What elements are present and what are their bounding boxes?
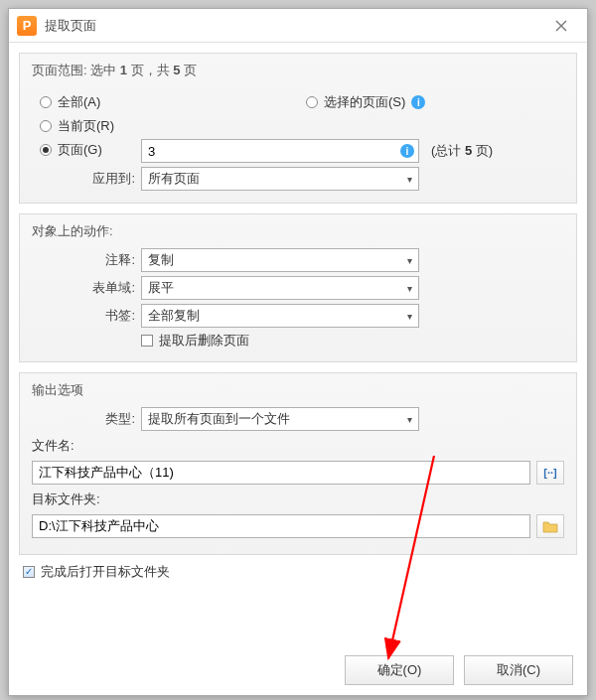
apply-to-value: 所有页面 (148, 170, 200, 188)
radio-current[interactable] (40, 120, 52, 132)
page-range-panel: 页面范围: 选中 1 页，共 5 页 全部(A) 当前页(R) 页面(G) (19, 53, 577, 204)
chevron-down-icon: ▾ (407, 174, 412, 185)
form-select[interactable]: 展平 ▾ (141, 276, 419, 300)
comment-label: 注释: (32, 251, 141, 269)
open-after-checkbox[interactable] (23, 566, 35, 578)
app-icon: P (17, 16, 37, 36)
delete-after-checkbox[interactable] (141, 335, 153, 347)
radio-all-label: 全部(A) (58, 93, 100, 111)
actions-panel: 对象上的动作: 注释: 复制 ▾ 表单域: 展平 ▾ 书签: 全部复制 (19, 213, 577, 362)
actions-header: 对象上的动作: (32, 222, 564, 240)
label: 页，共 (127, 63, 173, 77)
label: 页面范围: 选中 (32, 63, 120, 77)
bookmark-label: 书签: (32, 307, 141, 325)
radio-selected-pages[interactable] (306, 96, 318, 108)
radio-pages-label: 页面(G) (58, 141, 102, 159)
folder-icon (542, 519, 558, 533)
radio-all[interactable] (40, 96, 52, 108)
folder-browse-button[interactable] (536, 514, 564, 538)
open-after-label: 完成后打开目标文件夹 (41, 563, 170, 581)
filename-input[interactable] (32, 461, 530, 485)
form-value: 展平 (148, 279, 174, 297)
ellipsis-icon: [··] (543, 467, 556, 479)
filename-browse-button[interactable]: [··] (536, 461, 564, 485)
comment-value: 复制 (148, 251, 174, 269)
type-value: 提取所有页面到一个文件 (148, 410, 290, 428)
chevron-down-icon: ▾ (407, 414, 412, 425)
type-label: 类型: (32, 410, 141, 428)
info-icon[interactable]: i (400, 144, 414, 158)
type-select[interactable]: 提取所有页面到一个文件 ▾ (141, 407, 419, 431)
close-icon[interactable] (543, 12, 579, 40)
folder-label: 目标文件夹: (32, 490, 564, 508)
window-title: 提取页面 (45, 17, 543, 35)
pages-input[interactable] (141, 139, 419, 163)
folder-input[interactable] (32, 514, 530, 538)
chevron-down-icon: ▾ (407, 283, 412, 294)
bookmark-select[interactable]: 全部复制 ▾ (141, 304, 419, 328)
chevron-down-icon: ▾ (407, 311, 412, 322)
output-panel: 输出选项 类型: 提取所有页面到一个文件 ▾ 文件名: [··] 目标文件夹: (19, 372, 577, 555)
delete-after-label: 提取后删除页面 (159, 332, 249, 350)
pages-total-label: (总计 5 页) (431, 142, 493, 160)
apply-to-select[interactable]: 所有页面 ▾ (141, 167, 419, 191)
comment-select[interactable]: 复制 ▾ (141, 248, 419, 272)
apply-label: 应用到: (32, 170, 141, 188)
dialog-window: P 提取页面 页面范围: 选中 1 页，共 5 页 全部(A) 当前页(R) (8, 8, 588, 696)
radio-pages[interactable] (40, 144, 52, 156)
bookmark-value: 全部复制 (148, 307, 200, 325)
radio-current-label: 当前页(R) (58, 117, 114, 135)
ok-button[interactable]: 确定(O) (345, 655, 454, 685)
page-range-header: 页面范围: 选中 1 页，共 5 页 (32, 62, 564, 79)
radio-selected-pages-label: 选择的页面(S) (324, 93, 405, 111)
output-header: 输出选项 (32, 381, 564, 399)
label: 页 (181, 63, 198, 77)
titlebar: P 提取页面 (9, 9, 587, 43)
cancel-button[interactable]: 取消(C) (464, 655, 573, 685)
chevron-down-icon: ▾ (407, 255, 412, 266)
filename-label: 文件名: (32, 437, 564, 455)
info-icon[interactable]: i (411, 95, 425, 109)
form-label: 表单域: (32, 279, 141, 297)
selected-count: 1 (120, 63, 127, 77)
total-count: 5 (173, 63, 180, 77)
